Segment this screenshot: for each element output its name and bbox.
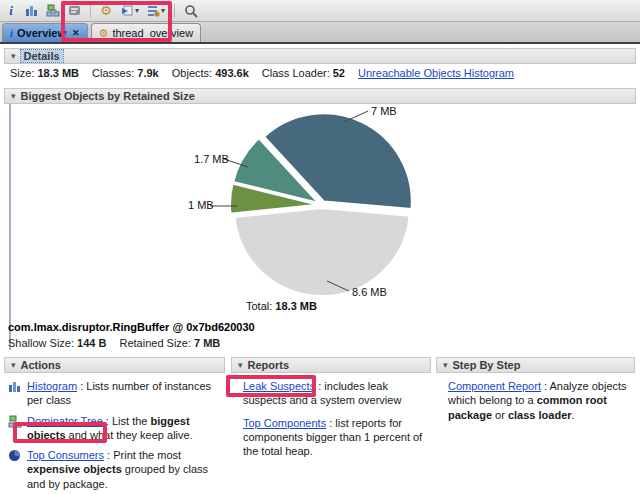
description-bold: class loader bbox=[508, 409, 572, 421]
separator: : bbox=[77, 380, 86, 392]
biggest-objects-header-label: Biggest Objects by Retained Size bbox=[21, 90, 195, 102]
chevron-down-icon: ▾ bbox=[11, 51, 16, 61]
calculate-retained-sizes-icon[interactable]: ▾ bbox=[145, 2, 167, 20]
classes-value: 7.9k bbox=[137, 67, 158, 79]
pie-label-1mb: 1 MB bbox=[188, 199, 214, 211]
tab-thread-overview-label: thread_overview bbox=[112, 27, 193, 39]
histogram-icon[interactable] bbox=[23, 2, 40, 20]
dominator-tree-icon bbox=[8, 414, 22, 443]
description: or bbox=[492, 409, 508, 421]
main-toolbar: i ⚙ ▾ ▾ bbox=[0, 0, 640, 22]
action-item-dominator-tree: Dominator Tree : List the biggest object… bbox=[8, 414, 225, 443]
step-by-step-section-header[interactable]: ▾ Step By Step bbox=[436, 357, 635, 373]
dropdown-arrow-icon: ▾ bbox=[161, 6, 165, 15]
separator: : bbox=[541, 380, 550, 392]
details-body: Size:18.3 MB Classes:7.9k Objects:493.6k… bbox=[10, 67, 630, 79]
chevron-down-icon: ▾ bbox=[11, 360, 16, 370]
histogram-link[interactable]: Histogram bbox=[27, 380, 77, 392]
actions-header-label: Actions bbox=[21, 359, 61, 371]
pie-slice-8-6-mb[interactable] bbox=[234, 208, 409, 296]
description: and what they keep alive. bbox=[66, 429, 193, 441]
details-header-label: Details bbox=[21, 50, 63, 62]
editor-tabbar: i Overview ✕ ⚙ thread_overview bbox=[0, 22, 640, 44]
reports-column: ▾ Reports Leak Suspects : includes leak … bbox=[231, 357, 431, 466]
separator: : bbox=[103, 415, 112, 427]
classloader-label: Class Loader: bbox=[262, 67, 330, 79]
search-icon[interactable] bbox=[182, 2, 200, 20]
total-label: Total: bbox=[246, 300, 272, 312]
unreachable-objects-histogram-link[interactable]: Unreachable Objects Histogram bbox=[358, 67, 514, 79]
shallow-size-value: 144 B bbox=[77, 337, 106, 349]
oql-icon[interactable] bbox=[66, 2, 83, 20]
dominator-tree-link[interactable]: Dominator Tree bbox=[27, 415, 103, 427]
separator: : bbox=[315, 380, 324, 392]
retained-size-pie-chart bbox=[180, 92, 470, 320]
chevron-down-icon: ▾ bbox=[11, 91, 16, 101]
classes-label: Classes: bbox=[92, 67, 134, 79]
top-consumers-link[interactable]: Top Consumers bbox=[27, 449, 104, 461]
expert-system-test-icon[interactable]: ⚙ bbox=[98, 2, 114, 20]
gear-icon: ⚙ bbox=[99, 28, 109, 39]
tab-overview[interactable]: i Overview ✕ bbox=[2, 23, 88, 42]
leak-suspects-link[interactable]: Leak Suspects bbox=[243, 380, 315, 392]
tab-overview-label: Overview bbox=[17, 27, 66, 39]
mat-overview-screen: i ⚙ ▾ ▾ i Overview ✕ ⚙ thread_o bbox=[0, 0, 640, 494]
reports-header-label: Reports bbox=[248, 359, 290, 371]
selected-object-name: com.lmax.disruptor.RingBuffer @ 0x7bd620… bbox=[8, 321, 255, 333]
objects-value: 493.6k bbox=[215, 67, 249, 79]
action-item-histogram: Histogram : Lists number of instances pe… bbox=[8, 379, 225, 408]
chevron-down-icon: ▾ bbox=[238, 360, 243, 370]
classloader-value: 52 bbox=[333, 67, 345, 79]
info-icon: i bbox=[10, 27, 13, 39]
pie-total-label: Total: 18.3 MB bbox=[246, 300, 317, 312]
separator: : bbox=[326, 417, 335, 429]
description: List the bbox=[112, 415, 151, 427]
size-value: 18.3 MB bbox=[37, 67, 79, 79]
action-item-top-consumers: Top Consumers : Print the most expensive… bbox=[8, 448, 225, 491]
info-icon[interactable]: i bbox=[3, 2, 19, 20]
step-by-step-header-label: Step By Step bbox=[453, 359, 521, 371]
selected-object-sizes: Shallow Size:144 B Retained Size:7 MB bbox=[8, 337, 230, 349]
histogram-icon bbox=[8, 379, 22, 408]
chart-panel-border bbox=[9, 104, 11, 350]
report-item-top-components: Top Components : list reports for compon… bbox=[243, 416, 431, 459]
toolbar-separator bbox=[90, 4, 91, 18]
query-browser-icon[interactable]: ▾ bbox=[118, 2, 141, 20]
description-bold: expensive objects bbox=[27, 463, 122, 475]
dropdown-arrow-icon: ▾ bbox=[135, 6, 139, 15]
component-report-link[interactable]: Component Report bbox=[448, 380, 541, 392]
pie-label-1-7mb: 1.7 MB bbox=[194, 153, 229, 165]
report-item-leak-suspects: Leak Suspects : includes leak suspects a… bbox=[243, 379, 431, 408]
description: Print the most bbox=[113, 449, 181, 461]
retained-size-label: Retained Size: bbox=[119, 337, 191, 349]
details-section-header[interactable]: ▾ Details bbox=[4, 48, 636, 64]
tab-thread-overview[interactable]: ⚙ thread_overview bbox=[91, 23, 202, 42]
pie-label-8-6mb: 8.6 MB bbox=[352, 286, 387, 298]
pie-label-7mb: 7 MB bbox=[371, 105, 397, 117]
dominator-tree-icon[interactable] bbox=[44, 2, 62, 20]
retained-size-value: 7 MB bbox=[194, 337, 220, 349]
shallow-size-label: Shallow Size: bbox=[8, 337, 74, 349]
actions-column: ▾ Actions Histogram : Lists number of in… bbox=[4, 357, 225, 494]
total-value: 18.3 MB bbox=[275, 300, 317, 312]
reports-section-header[interactable]: ▾ Reports bbox=[231, 357, 431, 373]
step-by-step-column: ▾ Step By Step Component Report : Analyz… bbox=[436, 357, 635, 430]
size-label: Size: bbox=[10, 67, 34, 79]
description: . bbox=[572, 409, 575, 421]
chevron-down-icon: ▾ bbox=[443, 360, 448, 370]
close-icon[interactable]: ✕ bbox=[72, 28, 80, 38]
objects-label: Objects: bbox=[172, 67, 212, 79]
actions-section-header[interactable]: ▾ Actions bbox=[4, 357, 225, 373]
step-item-component-report: Component Report : Analyze objects which… bbox=[448, 379, 635, 422]
top-consumers-icon bbox=[8, 448, 22, 491]
top-components-link[interactable]: Top Components bbox=[243, 417, 326, 429]
separator: : bbox=[104, 449, 113, 461]
toolbar-separator bbox=[174, 4, 175, 18]
